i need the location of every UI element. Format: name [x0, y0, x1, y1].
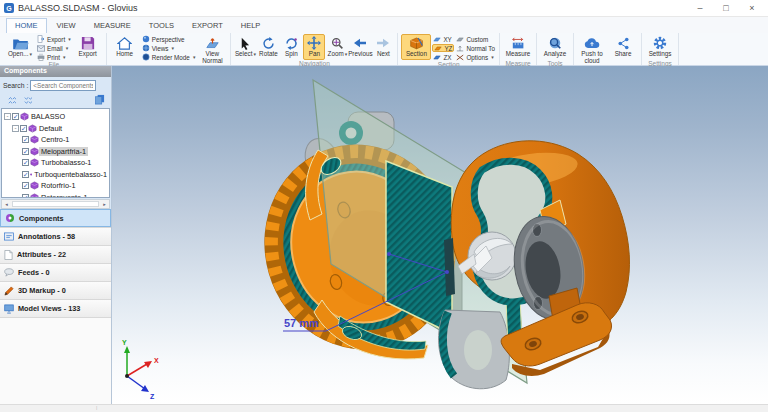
tree-item-turbobalasso[interactable]: ✓ Turbobalasso-1 [2, 157, 109, 169]
rotate-label: Rotate [259, 51, 278, 58]
panel-components[interactable]: Components [0, 209, 111, 227]
section-xy-label: XY [443, 36, 451, 43]
zoom-button[interactable]: Zoom▾ [326, 34, 348, 60]
checkbox[interactable]: ✓ [22, 171, 29, 178]
part-icon [30, 193, 39, 198]
push-to-cloud-button[interactable]: Push to cloud [577, 34, 607, 66]
feeds-icon [4, 268, 14, 277]
scrollbar-track[interactable] [12, 201, 99, 207]
tree-item-centro[interactable]: ✓ Centro-1 [2, 134, 109, 146]
checkbox[interactable]: ✓ [22, 148, 29, 155]
tree-item-meiopartfria[interactable]: ✓ Meiopartfria-1 [2, 146, 109, 158]
collapse-all-icon [8, 96, 16, 104]
spin-button[interactable]: Spin [280, 34, 302, 60]
copy-list-button[interactable] [94, 94, 105, 105]
views-button[interactable]: Views▾ [141, 44, 197, 52]
close-button[interactable]: × [740, 1, 764, 15]
tree-item-default[interactable]: - ✓ Default [2, 123, 109, 135]
email-button[interactable]: Email▾ [36, 44, 72, 52]
maximize-button[interactable]: □ [714, 1, 738, 15]
tab-measure[interactable]: MEASURE [86, 19, 139, 33]
export-button[interactable]: Export [73, 34, 103, 60]
collapse-all-button[interactable] [8, 96, 16, 104]
home-view-button[interactable]: Home [110, 34, 140, 60]
panel-label: Feeds - 0 [18, 268, 50, 277]
ribbon-group-section: Section XY YZ ZX [398, 33, 500, 65]
markup-pencil-icon [4, 286, 14, 296]
panel-label: Attributes - 22 [17, 250, 66, 259]
section-xy-button[interactable]: XY [432, 35, 454, 43]
view-normal-button[interactable]: View Normal [197, 34, 227, 66]
title-bar: G BALASSO.SLDASM - Glovius – □ × [0, 0, 768, 17]
dropdown-arrow-icon: ▾ [345, 51, 348, 57]
pan-button[interactable]: Pan [303, 34, 325, 60]
checkbox[interactable]: ✓ [22, 159, 29, 166]
perspective-button[interactable]: Perspective [141, 35, 197, 43]
measure-button[interactable]: Measure [503, 34, 533, 60]
checkbox[interactable]: ✓ [22, 182, 29, 189]
open-button[interactable]: Open...▾ [5, 34, 35, 60]
section-normal-to-button[interactable]: Normal To [455, 44, 496, 52]
settings-button[interactable]: Settings [645, 34, 675, 60]
section-custom-button[interactable]: Custom [455, 35, 496, 43]
select-button[interactable]: Select▾ [234, 34, 256, 60]
tab-help[interactable]: HELP [233, 19, 269, 33]
section-yz-button[interactable]: YZ [432, 44, 454, 52]
view-normal-icon [205, 36, 220, 50]
tree-expand-icon[interactable]: - [4, 113, 11, 120]
tree-item-rotorfrio[interactable]: ✓ Rotorfrio-1 [2, 180, 109, 192]
section-button[interactable]: Section [401, 34, 431, 60]
analyze-button[interactable]: Analyze [540, 34, 570, 60]
tree-expand-icon[interactable]: - [12, 125, 19, 132]
model-views-icon [4, 304, 14, 314]
rotate-button[interactable]: Rotate [257, 34, 279, 60]
next-button[interactable]: Next [372, 34, 394, 60]
search-input[interactable] [30, 80, 96, 91]
ribbon-group-view: Home Perspective Views▾ Render Mode▾ [107, 33, 232, 65]
tab-view[interactable]: VIEW [49, 19, 84, 33]
previous-button[interactable]: Previous [349, 34, 371, 60]
panel-feeds[interactable]: Feeds - 0 [0, 263, 111, 281]
render-mode-button[interactable]: Render Mode▾ [141, 53, 197, 61]
tree-item-balasso[interactable]: - ✓ BALASSO [2, 111, 109, 123]
arrow-right-icon [376, 36, 390, 50]
analyze-label: Analyze [544, 51, 566, 58]
tab-tools[interactable]: TOOLS [141, 19, 182, 33]
scroll-right-icon[interactable]: ▸ [100, 200, 109, 208]
panel-attributes[interactable]: Attributes - 22 [0, 245, 111, 263]
horizontal-scrollbar[interactable]: ◂ ▸ [1, 199, 110, 209]
part-icon [30, 181, 39, 190]
minimize-button[interactable]: – [688, 1, 712, 15]
magnifier-icon [331, 36, 344, 50]
panel-3d-markup[interactable]: 3D Markup - 0 [0, 281, 111, 299]
folder-open-icon [12, 36, 29, 50]
panel-model-views[interactable]: Model Views - 133 [0, 299, 111, 317]
perspective-label: Perspective [152, 36, 185, 43]
print-button[interactable]: Print▾ [36, 53, 72, 61]
scroll-left-icon[interactable]: ◂ [2, 200, 11, 208]
section-zx-button[interactable]: ZX [432, 53, 454, 61]
section-options-button[interactable]: Options▾ [455, 53, 496, 61]
copy-pages-icon [94, 94, 105, 105]
sidebar-footer [0, 317, 111, 404]
tab-home[interactable]: HOME [6, 18, 47, 33]
3d-viewport[interactable]: 57 mm Y X Z [112, 66, 768, 404]
checkbox[interactable]: ✓ [20, 125, 27, 132]
panel-annotations[interactable]: Annotations - 58 [0, 227, 111, 245]
3d-viewport-scene[interactable]: 57 mm Y X Z [112, 66, 768, 404]
export-label: Export [79, 51, 97, 58]
section-cube-icon [409, 36, 424, 50]
checkbox[interactable]: ✓ [12, 113, 19, 120]
export-menu-button[interactable]: Export▾ [36, 35, 72, 43]
checkbox[interactable]: ✓ [22, 194, 29, 198]
checkbox[interactable]: ✓ [22, 136, 29, 143]
open-label: Open... [8, 50, 29, 57]
tab-export[interactable]: EXPORT [184, 19, 231, 33]
tree-item-turboquentebalasso[interactable]: ✓ Turboquentebalasso-1 [2, 169, 109, 181]
expand-all-button[interactable] [24, 96, 32, 104]
resize-grip-icon[interactable]: ⁞ [96, 406, 101, 411]
export-page-icon [37, 35, 45, 43]
home-label: Home [116, 51, 133, 58]
share-button[interactable]: Share [608, 34, 638, 60]
tree-item-rotorquente[interactable]: ✓ Rotorquente-1 [2, 192, 109, 199]
